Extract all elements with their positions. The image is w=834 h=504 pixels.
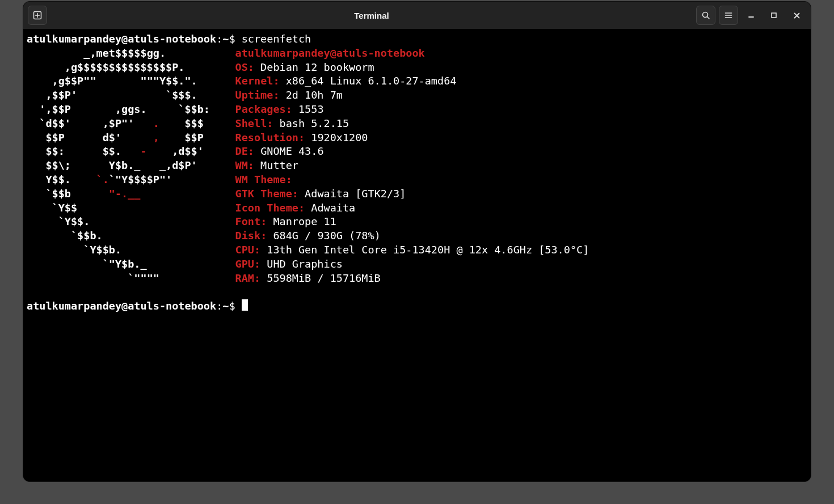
maximize-icon — [770, 12, 777, 19]
fetch-line: $$: $$. - ,d$$' DE: GNOME 43.6 — [27, 145, 807, 159]
search-icon — [701, 11, 710, 20]
fetch-line: ',$$P ,ggs. `$$b: Packages: 1553 — [27, 103, 807, 117]
hamburger-icon — [724, 11, 733, 20]
fetch-line: $$P d$' , $$P Resolution: 1920x1200 — [27, 131, 807, 145]
titlebar: Terminal — [23, 2, 811, 29]
menu-button[interactable] — [719, 6, 738, 25]
plus-box-icon — [33, 11, 42, 20]
minimize-icon — [747, 11, 755, 19]
maximize-button[interactable] — [764, 6, 784, 25]
fetch-line: $$\; Y$b._ _,d$P' WM: Mutter — [27, 159, 807, 173]
terminal-window: Terminal atulkumarpandey@atuls-notebook:… — [23, 1, 811, 482]
svg-rect-2 — [772, 13, 776, 18]
fetch-line: `"""" RAM: 5598MiB / 15716MiB — [27, 272, 807, 286]
fetch-line: _,met$$$$$gg. atulkumarpandey@atuls-note… — [27, 46, 807, 61]
close-button[interactable] — [787, 6, 806, 25]
fetch-line: ,g$$P"" """Y$$.". Kernel: x86_64 Linux 6… — [27, 74, 807, 88]
cursor — [242, 299, 248, 311]
fetch-line: Y$$. `.`"Y$$$$P"' WM Theme: — [27, 173, 807, 187]
fetch-line: ,$$P' `$$$. Uptime: 2d 10h 7m — [27, 88, 807, 103]
minimize-button[interactable] — [742, 6, 761, 25]
close-icon — [793, 12, 801, 19]
fetch-line: `Y$$. Font: Manrope 11 — [27, 215, 807, 229]
window-title: Terminal — [47, 11, 696, 20]
search-button[interactable] — [696, 6, 715, 25]
fetch-line: `Y$$b. CPU: 13th Gen Intel Core i5-13420… — [27, 243, 807, 257]
new-tab-button[interactable] — [28, 6, 47, 25]
fetch-line: `Y$$ Icon Theme: Adwaita — [27, 201, 807, 215]
fetch-line: `$$b "-.__ GTK Theme: Adwaita [GTK2/3] — [27, 187, 807, 201]
fetch-line: `$$b. Disk: 684G / 930G (78%) — [27, 229, 807, 243]
fetch-line: `d$$' ,$P"' . $$$ Shell: bash 5.2.15 — [27, 117, 807, 131]
prompt-line: atulkumarpandey@atuls-notebook:~$ screen… — [27, 32, 807, 46]
fetch-line: `"Y$b._ GPU: UHD Graphics — [27, 257, 807, 272]
terminal-output[interactable]: atulkumarpandey@atuls-notebook:~$ screen… — [23, 29, 811, 481]
fetch-line: ,g$$$$$$$$$$$$$$$P. OS: Debian 12 bookwo… — [27, 61, 807, 75]
prompt-line: atulkumarpandey@atuls-notebook:~$ — [27, 299, 807, 314]
